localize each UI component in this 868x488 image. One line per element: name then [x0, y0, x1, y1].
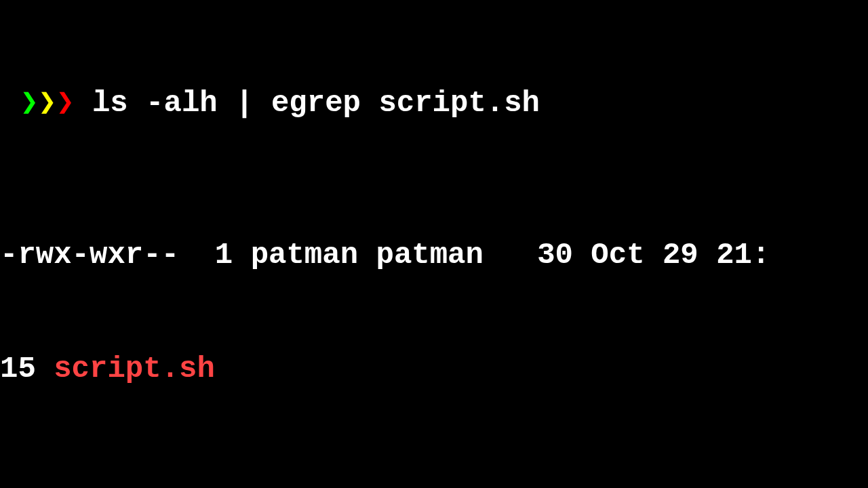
terminal[interactable]: ❯❯❯ ls -alh | egrep script.sh -rwx-wxr--…	[0, 0, 868, 488]
output-line-wrap: 15 script.sh	[0, 350, 868, 388]
output-line: -rwx-wxr-- 1 patman patman 30 Oct 29 21:	[0, 236, 868, 274]
ls-output-time: 15	[0, 352, 54, 386]
ls-output-perms: -rwx-wxr-- 1 patman patman 30 Oct 29 21:	[0, 238, 770, 272]
egrep-match: script.sh	[54, 352, 215, 386]
command-text: ls -alh | egrep script.sh	[92, 86, 540, 120]
prompt-chevrons: ❯❯❯	[20, 84, 75, 122]
partial-command-line: ❯❯❯ ls -alh | egrep script.sh	[0, 84, 868, 122]
